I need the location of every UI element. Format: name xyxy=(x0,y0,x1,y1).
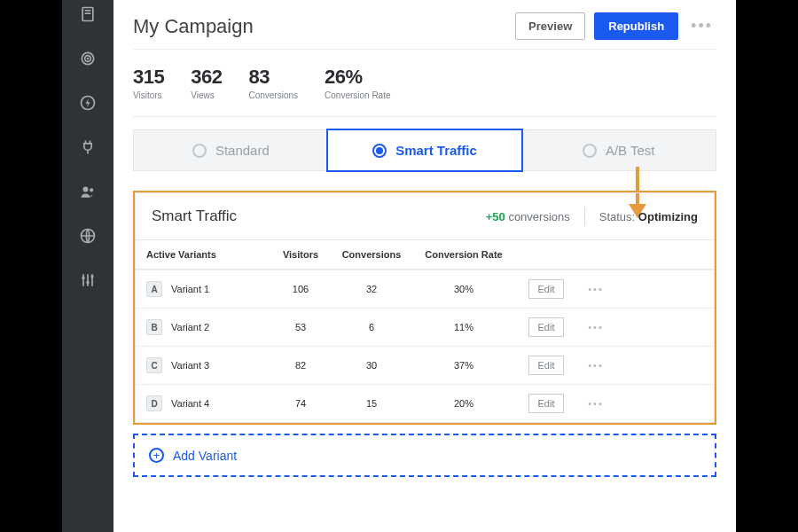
smart-traffic-panel: Smart Traffic +50 conversions Status: Op… xyxy=(133,191,716,425)
stat-conversions: 83 Conversions xyxy=(248,66,298,100)
cell-rate: 30% xyxy=(411,275,517,303)
row-more-icon[interactable]: ••• xyxy=(575,351,616,379)
tab-label: Standard xyxy=(215,143,270,158)
row-more-icon[interactable]: ••• xyxy=(575,313,616,341)
bolt-icon[interactable] xyxy=(77,92,98,113)
variant-letter: D xyxy=(146,395,162,411)
stat-value: 362 xyxy=(191,66,222,89)
row-more-icon[interactable]: ••• xyxy=(575,389,616,418)
edit-button[interactable]: Edit xyxy=(528,317,565,337)
tab-label: Smart Traffic xyxy=(395,143,477,158)
main-content: My Campaign Preview Republish ••• 315 Vi… xyxy=(113,0,736,532)
svg-point-13 xyxy=(82,277,84,279)
table-header: Active Variants Visitors Conversions Con… xyxy=(136,240,714,270)
cell-visitors: 53 xyxy=(269,313,332,341)
cell-rate: 20% xyxy=(411,389,517,418)
table-row: BVariant 2 53 6 11% Edit ••• xyxy=(136,308,714,346)
col-active-variants: Active Variants xyxy=(136,240,269,269)
cell-conversions: 6 xyxy=(332,313,411,341)
table-row: DVariant 4 74 15 20% Edit ••• xyxy=(136,384,714,422)
stat-conversion-rate: 26% Conversion Rate xyxy=(325,66,390,100)
republish-button[interactable]: Republish xyxy=(594,12,678,40)
app-frame: My Campaign Preview Republish ••• 315 Vi… xyxy=(62,0,736,532)
add-variant-label: Add Variant xyxy=(173,449,237,463)
variant-letter: B xyxy=(146,319,162,335)
divider xyxy=(584,207,585,225)
stat-value: 315 xyxy=(133,66,164,89)
radio-icon xyxy=(192,144,207,158)
cell-conversions: 15 xyxy=(332,389,411,418)
table-row: AVariant 1 106 32 30% Edit ••• xyxy=(136,270,714,308)
row-more-icon[interactable]: ••• xyxy=(575,275,616,303)
cell-conversions: 32 xyxy=(332,275,411,303)
topbar: My Campaign Preview Republish ••• xyxy=(113,0,736,49)
cell-visitors: 74 xyxy=(269,389,332,418)
stats-row: 315 Visitors 362 Views 83 Conversions 26… xyxy=(113,50,736,116)
more-icon[interactable]: ••• xyxy=(687,17,716,35)
traffic-mode-tabs: Standard Smart Traffic A/B Test xyxy=(113,129,736,171)
cell-visitors: 106 xyxy=(269,275,332,303)
cell-rate: 37% xyxy=(411,351,517,379)
col-conversion-rate: Conversion Rate xyxy=(411,240,517,269)
users-icon[interactable] xyxy=(77,181,98,202)
stat-label: Conversion Rate xyxy=(325,90,390,100)
stat-value: 26% xyxy=(325,66,390,89)
col-visitors: Visitors xyxy=(269,240,332,269)
sliders-icon[interactable] xyxy=(77,270,98,291)
add-variant-button[interactable]: + Add Variant xyxy=(133,434,716,477)
variant-name: Variant 1 xyxy=(171,284,209,294)
stat-label: Conversions xyxy=(248,90,298,100)
divider xyxy=(133,116,716,117)
preview-button[interactable]: Preview xyxy=(515,12,585,40)
radio-icon xyxy=(372,144,387,158)
svg-point-8 xyxy=(90,188,93,192)
variant-name: Variant 4 xyxy=(171,398,209,409)
stat-views: 362 Views xyxy=(191,66,222,100)
status-text: Status: Optimizing xyxy=(599,210,698,223)
col-conversions: Conversions xyxy=(332,240,411,269)
tab-label: A/B Test xyxy=(606,143,655,158)
plus-circle-icon: + xyxy=(149,448,164,463)
variant-name: Variant 2 xyxy=(171,322,209,332)
stat-label: Views xyxy=(191,90,222,100)
svg-point-14 xyxy=(86,281,89,284)
panel-header: Smart Traffic +50 conversions Status: Op… xyxy=(135,192,715,240)
stat-label: Visitors xyxy=(133,90,164,100)
tab-smart-traffic[interactable]: Smart Traffic xyxy=(326,129,524,172)
globe-icon[interactable] xyxy=(77,225,98,246)
variants-table: Active Variants Visitors Conversions Con… xyxy=(135,240,715,423)
tab-standard[interactable]: Standard xyxy=(134,130,328,170)
variant-letter: A xyxy=(146,281,162,297)
edit-button[interactable]: Edit xyxy=(528,279,565,299)
radio-icon xyxy=(583,144,597,158)
svg-point-7 xyxy=(83,187,89,192)
edit-button[interactable]: Edit xyxy=(528,356,565,375)
svg-point-5 xyxy=(87,58,90,60)
stat-visitors: 315 Visitors xyxy=(133,66,164,100)
cell-visitors: 82 xyxy=(269,351,332,379)
cell-rate: 11% xyxy=(411,313,517,341)
svg-point-15 xyxy=(90,275,93,278)
cell-conversions: 30 xyxy=(332,351,411,379)
page-icon[interactable] xyxy=(77,4,98,25)
page-title: My Campaign xyxy=(133,15,254,38)
table-row: CVariant 3 82 30 37% Edit ••• xyxy=(136,346,714,384)
plug-icon[interactable] xyxy=(77,137,98,158)
edit-button[interactable]: Edit xyxy=(528,394,565,413)
panel-title: Smart Traffic xyxy=(152,207,237,225)
tab-ab-test[interactable]: A/B Test xyxy=(521,130,716,170)
target-icon[interactable] xyxy=(77,48,98,69)
stat-value: 83 xyxy=(248,66,298,89)
sidebar xyxy=(62,0,113,532)
variant-name: Variant 3 xyxy=(171,360,209,371)
bonus-conversions: +50 conversions xyxy=(486,210,570,223)
topbar-actions: Preview Republish ••• xyxy=(515,12,716,40)
variant-letter: C xyxy=(146,357,162,373)
